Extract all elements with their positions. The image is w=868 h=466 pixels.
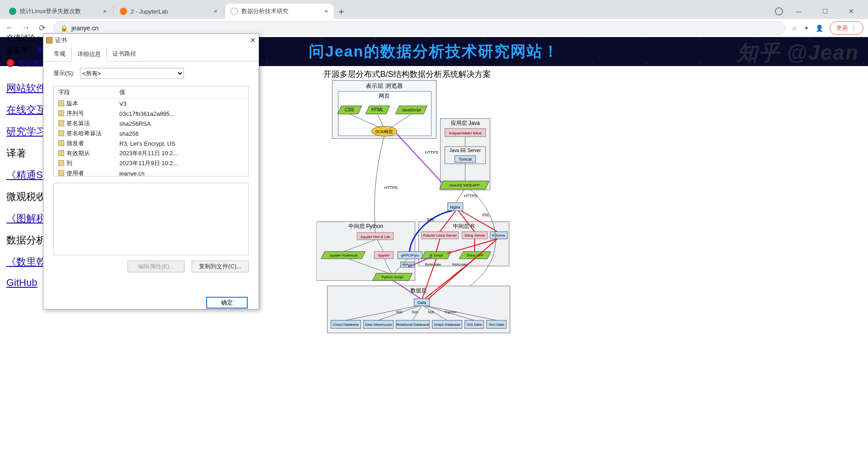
new-tab-button[interactable]: ＋ — [334, 4, 349, 19]
svg-text:Nginx: Nginx — [450, 205, 461, 209]
maximize-button[interactable]: ☐ — [815, 4, 835, 19]
favicon-icon — [231, 8, 238, 15]
tab-details[interactable]: 详细信息 — [71, 47, 107, 62]
svg-text:Jupyter Notebook: Jupyter Notebook — [330, 253, 359, 257]
field-detail-box[interactable] — [53, 183, 249, 255]
cert-row[interactable]: 序列号03c17fb361a2a895... — [54, 109, 248, 119]
incognito-icon[interactable] — [775, 7, 783, 15]
field-icon — [58, 170, 64, 176]
svg-line-25 — [396, 133, 442, 183]
cert-icon — [46, 37, 52, 43]
svg-text:JavaScript: JavaScript — [402, 108, 421, 112]
field-icon — [58, 120, 64, 126]
svg-text:Data: Data — [417, 300, 426, 305]
hero-title: 问Jean的数据分析技术研究网站！ — [309, 41, 559, 62]
nav-link[interactable]: 研究学习 — [6, 125, 46, 138]
tab-separator — [113, 6, 113, 15]
back-button[interactable]: ← — [5, 23, 14, 33]
svg-text:Java EE WEB APP: Java EE WEB APP — [449, 183, 480, 187]
dialog-title-bar[interactable]: 证书 ✕ — [43, 34, 259, 46]
url-text: jeanye.cn — [71, 24, 99, 32]
cert-row[interactable]: 签名哈希算法sha256 — [54, 128, 248, 138]
svg-text:网页: 网页 — [379, 93, 390, 99]
svg-text:Java EE Server: Java EE Server — [449, 148, 481, 153]
tab-general[interactable]: 常规 — [48, 47, 71, 62]
tab-title: 数据分析技术研究 — [241, 7, 321, 15]
svg-text:Spyder: Spyder — [378, 253, 390, 257]
svg-text:HTML: HTML — [371, 107, 384, 112]
cert-fields-table[interactable]: 字段值 版本V3序列号03c17fb361a2a895...签名算法sha256… — [53, 86, 249, 176]
nav-link[interactable]: 《图解税 — [6, 212, 46, 225]
nav-link[interactable]: 网站软件 — [6, 81, 46, 95]
svg-text:HTTPS: HTTPS — [384, 185, 398, 190]
cert-row[interactable]: 版本V3 — [54, 99, 248, 109]
close-window-button[interactable]: ✕ — [841, 4, 862, 19]
svg-text:Reticulate: Reticulate — [425, 262, 441, 266]
nav-link[interactable]: 《数里乾 — [6, 255, 46, 269]
svg-text:Jupyter Hub & Lab: Jupyter Hub & Lab — [360, 235, 391, 239]
field-icon — [58, 160, 64, 166]
cert-row[interactable]: 使用者jeanye.cn — [54, 168, 248, 176]
close-icon[interactable]: ✕ — [250, 36, 256, 44]
dialog-title: 证书 — [55, 36, 67, 44]
svg-text:SSL: SSL — [482, 213, 490, 217]
update-button[interactable]: 更新⋮ — [830, 21, 863, 35]
col-field: 字段 — [54, 86, 115, 99]
svg-line-31 — [456, 189, 464, 203]
tab-title: 统计Linux登录失败次数 — [20, 7, 99, 15]
svg-text:应用层  Java: 应用层 Java — [451, 120, 480, 126]
show-select[interactable]: <所有> — [80, 68, 184, 79]
certificate-dialog: 证书 ✕ 常规 详细信息 证书路径 显示(S): <所有> 字段值 版本V3序列… — [43, 33, 259, 309]
cert-row[interactable]: 颁发者R3, Let's Encrypt, US — [54, 138, 248, 148]
ok-button[interactable]: 确定 — [206, 297, 248, 309]
svg-text:SSL: SSL — [427, 217, 434, 222]
close-tab-icon[interactable]: × — [214, 8, 217, 15]
svg-text:Tomcat: Tomcat — [458, 157, 472, 162]
extensions-icon[interactable]: ✦ — [804, 24, 809, 32]
close-tab-icon[interactable]: × — [325, 8, 328, 15]
favicon-icon — [120, 8, 127, 15]
tab-path[interactable]: 证书路径 — [107, 47, 142, 62]
svg-text:SQL: SQL — [428, 310, 435, 314]
browser-tab[interactable]: 2 - JupyterLab × — [114, 4, 223, 19]
cert-row[interactable]: 到2023年11月9日 10:2... — [54, 158, 248, 168]
architecture-diagram: 表示层 浏览器 网页 CSS HTML JavaScript DOM模型 应用层… — [316, 78, 515, 404]
cert-row[interactable]: 签名算法sha256RSA — [54, 119, 248, 128]
cert-row[interactable]: 有效期从2023年8月11日 10:2... — [54, 148, 248, 158]
svg-text:Python Script: Python Script — [382, 275, 403, 279]
svg-text:GIS Data: GIS Data — [467, 323, 482, 327]
svg-rect-33 — [316, 222, 415, 281]
nav-link[interactable]: 《精通S — [6, 168, 46, 182]
browser-tab-active[interactable]: 数据分析技术研究 × — [225, 4, 334, 19]
edit-properties-button: 编辑属性(E)... — [127, 261, 184, 272]
nav-heading: 数据分析 — [6, 233, 46, 247]
svg-text:Rstudio Linux Server: Rstudio Linux Server — [423, 233, 457, 238]
svg-text:Cypher: Cypher — [445, 310, 457, 314]
tab-title: 2 - JupyterLab — [131, 8, 210, 15]
favicon-icon — [9, 8, 16, 15]
close-tab-icon[interactable]: × — [103, 8, 107, 15]
browser-tab[interactable]: 统计Linux登录失败次数 × — [4, 4, 112, 19]
col-value: 值 — [115, 86, 248, 99]
forward-button[interactable]: → — [21, 23, 31, 33]
svg-text:Cloud Database: Cloud Database — [333, 323, 359, 327]
nav-heading: 译著 — [6, 147, 46, 160]
nav-link[interactable]: 在线交互 — [6, 103, 46, 117]
bookmark-icon[interactable]: ☆ — [792, 24, 797, 32]
svg-text:CSS: CSS — [345, 107, 354, 112]
footer-text: 备案号： — [6, 47, 35, 54]
lock-icon: 🔒 — [60, 24, 68, 32]
svg-text:Text Data: Text Data — [489, 323, 504, 327]
copy-to-file-button[interactable]: 复制到文件(C)... — [192, 261, 249, 272]
field-icon — [58, 140, 64, 146]
nav-link[interactable]: GitHub — [6, 277, 46, 289]
watermark: 知乎 @Jean — [737, 39, 859, 67]
minimize-button[interactable]: — — [788, 4, 809, 19]
field-icon — [58, 130, 64, 136]
browser-tab-strip: 统计Linux登录失败次数 × 2 - JupyterLab × 数据分析技术研… — [0, 0, 868, 19]
svg-text:DOM模型: DOM模型 — [376, 129, 393, 134]
tab-separator — [224, 6, 224, 15]
profile-icon[interactable]: 👤 — [816, 24, 823, 32]
field-icon — [58, 110, 64, 116]
menu-dots-icon: ⋮ — [851, 24, 857, 31]
